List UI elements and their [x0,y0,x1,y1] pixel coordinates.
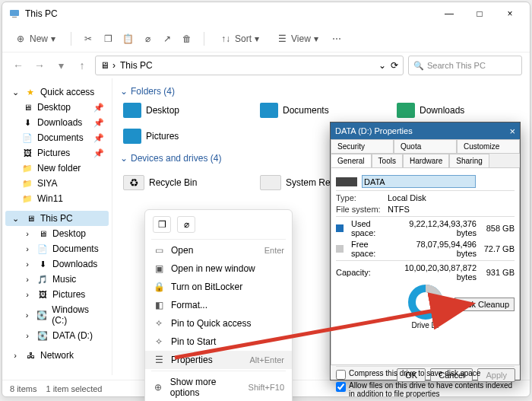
folder-documents[interactable]: Documents [257,100,371,121]
sidebar-item-label: Documents [37,132,84,143]
sidebar-item-pictures[interactable]: 🖼Pictures📌 [5,145,109,161]
sidebar-item-siya[interactable]: 📁SIYA [5,176,109,191]
menu-label: Pin to Quick access [171,318,251,329]
chevron-down-icon[interactable]: ▾ [52,57,69,74]
tab-sharing[interactable]: Sharing [449,154,489,168]
free-legend-icon [336,245,344,253]
menu-properties[interactable]: ☰PropertiesAlt+Enter [145,351,292,369]
group-folders[interactable]: ⌄Folders (4) [120,86,522,97]
type-label: Type: [336,193,383,202]
maximize-button[interactable]: □ [466,3,493,24]
chevron-right-icon: › [22,243,33,254]
sidebar-item-label: Quick access [40,87,94,97]
folder-icon: 🎵 [37,274,48,285]
menu-format[interactable]: ◧Format... [145,296,292,314]
refresh-button[interactable]: ⟳ [391,60,398,71]
index-checkbox[interactable]: Allow files on this drive to have conten… [336,381,515,398]
sidebar-item-newfolder[interactable]: 📁New folder [5,161,109,176]
free-bytes: 78,07,95,94,496 bytes [398,240,477,258]
capacity-label: Capacity: [336,268,386,277]
pin-icon: 📌 [93,117,104,128]
group-label: Devices and drives (4) [131,153,221,164]
minimize-button[interactable]: — [435,3,463,24]
sidebar-item-desktop[interactable]: ›🖥Desktop [5,226,109,241]
recycle-icon: ♻ [123,175,144,190]
sort-button[interactable]: ↑↓ Sort ▾ [215,31,264,46]
lock-icon: 🔒 [153,282,165,292]
chevron-down-icon[interactable]: ⌄ [378,60,386,71]
drive-recycle-bin[interactable]: ♻Recycle Bin [120,167,234,198]
folder-icon: ⬇ [37,259,48,269]
folder-pictures[interactable]: Pictures [120,126,234,147]
chevron-right-icon: › [112,60,116,71]
item-label: Pictures [146,131,179,142]
sidebar-quick-access[interactable]: ⌄ ★ Quick access [5,84,109,100]
copy-icon[interactable]: ❐ [153,216,171,233]
folder-icon [260,103,278,118]
copy-icon[interactable]: ❐ [102,33,114,45]
search-input[interactable]: 🔍 Search This PC [408,56,522,75]
delete-icon[interactable]: 🗑 [181,33,193,45]
sidebar-item-documents[interactable]: 📄Documents📌 [5,130,109,145]
folder-icon: 📁 [22,163,33,173]
tab-hardware[interactable]: Hardware [403,154,449,168]
folder-downloads[interactable]: Downloads [394,100,508,121]
menu-shortcut: Enter [264,246,284,255]
sidebar-item-pictures[interactable]: ›🖼Pictures [5,287,109,302]
sidebar-network[interactable]: ›🖧Network [5,348,109,363]
plus-icon: ⊕ [14,33,27,45]
menu-open-new-window[interactable]: ▣Open in new window [145,259,292,278]
toolbar: ⊕ New ▾ ✂ ❐ 📋 ⌀ ↗ 🗑 ↑↓ Sort ▾ ☰ View ▾ ⋯ [2,25,530,53]
forward-button[interactable]: → [31,57,48,74]
sidebar-item-label: New folder [37,163,81,173]
menu-more-options[interactable]: ⊕Show more optionsShift+F10 [145,373,292,401]
sidebar-item-music[interactable]: ›🎵Music [5,272,109,287]
disk-cleanup-button[interactable]: Disk Cleanup [454,298,515,311]
breadcrumb[interactable]: 🖥› This PC ⌄ ⟳ [95,56,404,75]
sidebar-item-downloads[interactable]: ›⬇Downloads [5,256,109,272]
new-button[interactable]: ⊕ New ▾ [10,31,60,46]
sidebar-item-win11[interactable]: 📁Win11 [5,191,109,206]
menu-label: Properties [171,355,213,365]
chevron-right-icon: › [22,289,33,300]
cut-icon[interactable]: ✂ [82,33,94,45]
chevron-down-icon: ⌄ [120,153,128,164]
chevron-down-icon: ⌄ [10,213,21,224]
drive-name-input[interactable] [362,175,476,188]
menu-pin-quick[interactable]: ✧Pin to Quick access [145,314,292,333]
view-button[interactable]: ☰ View ▾ [271,31,323,46]
more-icon[interactable]: ⋯ [331,33,343,45]
sidebar-item-desktop[interactable]: 🖥Desktop📌 [5,100,109,115]
folder-desktop[interactable]: Desktop [120,100,234,121]
free-label: Free space: [351,240,394,258]
disk-usage-pie [408,285,443,320]
close-icon[interactable]: × [509,126,515,137]
menu-open[interactable]: ▭OpenEnter [145,241,292,259]
up-button[interactable]: ↑ [74,57,90,74]
tab-tools[interactable]: Tools [372,154,403,168]
sidebar-this-pc[interactable]: ⌄ 🖥 This PC [5,211,109,226]
breadcrumb-root[interactable]: This PC [120,60,153,71]
sidebar-item-downloads[interactable]: ⬇Downloads📌 [5,115,109,130]
rename-icon[interactable]: ⌀ [177,216,195,233]
paste-icon[interactable]: 📋 [122,33,134,45]
sidebar-item-data-d[interactable]: ›💽DATA (D:) [5,328,109,343]
sidebar-item-documents[interactable]: ›📄Documents [5,241,109,256]
menu-pin-start[interactable]: ✧Pin to Start [145,333,292,351]
chevron-right-icon: › [22,330,33,341]
menu-label: Pin to Start [171,336,216,347]
tab-security[interactable]: Security [331,139,394,154]
tab-quota[interactable]: Quota [394,139,457,154]
back-button[interactable]: ← [10,57,27,74]
checkbox-label: Compress this drive to save disk space [349,369,480,377]
sidebar-item-windows-c[interactable]: ›💽Windows (C:) [5,302,109,328]
close-button[interactable]: × [496,3,524,24]
drive-icon: 💽 [36,310,47,320]
compress-checkbox[interactable]: Compress this drive to save disk space [336,369,515,380]
share-icon[interactable]: ↗ [161,33,173,45]
tab-customize[interactable]: Customize [457,139,520,154]
tab-general[interactable]: General [331,154,372,168]
search-icon: 🔍 [413,61,424,71]
rename-icon[interactable]: ⌀ [141,33,154,45]
menu-bitlocker[interactable]: 🔒Turn on BitLocker [145,278,292,296]
